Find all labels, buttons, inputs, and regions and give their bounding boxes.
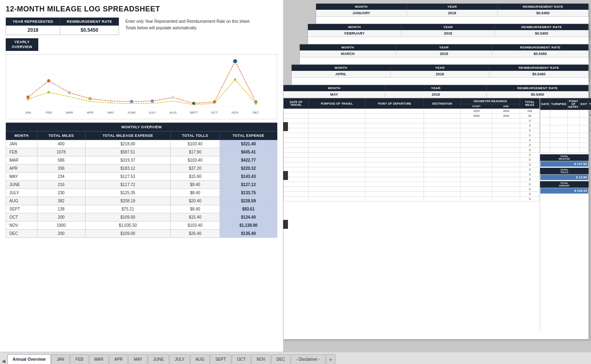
- svg-text:FEB: FEB: [46, 111, 52, 115]
- svg-text:JULY: JULY: [149, 111, 156, 115]
- year-value[interactable]: 2018: [6, 26, 60, 35]
- tab-dec[interactable]: DEC: [271, 354, 290, 364]
- total-mileage-label: TOTALMILEAGE: [540, 154, 589, 161]
- list-item: $ -: [540, 138, 591, 143]
- tab-apr[interactable]: APR: [109, 354, 128, 364]
- table-row: MAY 234 $127.53 $15.90 $143.43: [6, 173, 277, 181]
- table-row: JULY 230 $125.35 $8.40 $133.75: [6, 189, 277, 197]
- list-item: 0: [284, 192, 540, 197]
- list-item: 0: [284, 197, 540, 202]
- reimb-label: REIMBURSEMENT RATE: [60, 18, 119, 26]
- total-mileage-value: $ 127.53: [540, 161, 589, 167]
- svg-point-25: [130, 100, 133, 103]
- row-month: MAR: [6, 156, 37, 164]
- list-item: 0: [284, 182, 540, 187]
- tab-nov[interactable]: NOV: [251, 354, 271, 364]
- page-title: 12-MONTH MILEAGE LOG SPREADSHEET: [6, 5, 277, 13]
- row-total: $135.40: [220, 230, 277, 238]
- svg-text:APR: APR: [87, 111, 93, 115]
- monthly-col-tolls: TOTAL TOLLS: [171, 132, 220, 140]
- chart-svg: JAN FEB MAR APR MAY JUNE JULY AUG SEPT O…: [6, 55, 277, 119]
- tab---disclaimer--[interactable]: - Disclaimer -: [291, 354, 325, 364]
- mar-year: 2018: [396, 50, 492, 57]
- mar-month: MARCH: [300, 50, 396, 57]
- tab-sept[interactable]: SEPT: [210, 354, 231, 364]
- list-item: $ -: [540, 143, 591, 148]
- tab-mar[interactable]: MAR: [89, 354, 109, 364]
- tab-oct[interactable]: OCT: [232, 354, 251, 364]
- scroll-indicator-3: [283, 220, 288, 229]
- jan-rate: $0.5450: [498, 10, 589, 16]
- svg-text:MAY: MAY: [108, 111, 114, 115]
- row-total: $83.61: [220, 205, 277, 213]
- row-total: $133.75: [220, 189, 277, 197]
- row-total: $143.43: [220, 173, 277, 181]
- scroll-indicator-1: [283, 122, 288, 131]
- tab-feb[interactable]: FEB: [70, 354, 88, 364]
- tab-may[interactable]: MAY: [128, 354, 147, 364]
- row-miles: 400: [37, 140, 85, 148]
- svg-rect-0: [6, 55, 277, 113]
- row-tolls: $17.90: [171, 148, 220, 156]
- list-item: 0: [284, 128, 540, 133]
- list-item: 0: [284, 172, 540, 177]
- list-item: 0: [284, 153, 540, 158]
- scroll-indicator-2: [283, 171, 288, 180]
- row-miles: 586: [37, 156, 85, 164]
- row-total: $605.41: [220, 148, 277, 156]
- right-panel: MONTH YEAR REIMBURSEMENT RATE JANUARY 20…: [283, 0, 591, 352]
- list-item: 3400 3434 34: [284, 114, 540, 118]
- row-month: JAN: [6, 140, 37, 148]
- apr-month: APRIL: [292, 71, 391, 77]
- tab-container: Annual OverviewJANFEBMARAPRMAYJUNEJULYAU…: [7, 354, 325, 364]
- row-mileage-exp: $75.21: [85, 205, 170, 213]
- row-tolls: $103.40: [171, 221, 220, 230]
- tab-nav-prev[interactable]: ◀: [2, 358, 5, 364]
- svg-point-34: [234, 79, 236, 81]
- row-total: $321.40: [220, 140, 277, 148]
- table-row: DEC 200 $109.00 $26.40 $135.40: [6, 230, 277, 238]
- list-item: $ 1.50: [540, 118, 591, 125]
- row-miles: 216: [37, 181, 85, 189]
- row-total: $228.59: [220, 197, 277, 205]
- row-miles: 200: [37, 213, 85, 221]
- reimb-value[interactable]: $0.5450: [60, 26, 119, 35]
- row-miles: 200: [37, 230, 85, 238]
- yearly-overview-label: YEARLYOVERVIEW: [6, 38, 38, 51]
- svg-text:MAR: MAR: [66, 111, 73, 115]
- list-item: 0: [284, 123, 540, 128]
- row-total: $127.12: [220, 181, 277, 189]
- row-month: SEPT: [6, 205, 37, 213]
- row-miles: 1900: [37, 221, 85, 230]
- tab-july[interactable]: JULY: [169, 354, 190, 364]
- monthly-col-expense: TOTAL EXPENSE: [220, 132, 277, 140]
- tab-add-button[interactable]: +: [326, 354, 336, 364]
- row-tolls: $8.40: [171, 205, 220, 213]
- jan-month: JANUARY: [316, 10, 407, 16]
- list-item: 0: [284, 133, 540, 138]
- row-tolls: $8.40: [171, 189, 220, 197]
- tab-annual-overview[interactable]: Annual Overview: [7, 354, 51, 364]
- row-tolls: $103.40: [171, 156, 220, 164]
- tab-june[interactable]: JUNE: [148, 354, 169, 364]
- table-row: NOV 1900 $1,035.50 $103.40 $1,138.90: [6, 221, 277, 230]
- row-month: JUNE: [6, 181, 37, 189]
- list-item: 3200 3400 200: [284, 109, 540, 114]
- svg-point-35: [255, 103, 257, 105]
- svg-text:NOV: NOV: [232, 111, 239, 115]
- row-miles: 138: [37, 205, 85, 213]
- svg-point-27: [171, 96, 175, 99]
- may-rate: $0.5450: [487, 91, 589, 98]
- svg-point-32: [27, 98, 29, 101]
- monthly-col-mileage: TOTAL MILEAGE EXPENSE: [85, 132, 170, 140]
- row-month: NOV: [6, 221, 37, 230]
- main-content: 12-MONTH MILEAGE LOG SPREADSHEET YEAR RE…: [0, 0, 591, 352]
- svg-text:AUG: AUG: [169, 111, 176, 115]
- table-row: OCT 200 $109.00 $15.40 $124.40: [6, 213, 277, 221]
- instructions: Enter only Year Represented and Reimburs…: [125, 18, 250, 35]
- left-panel: 12-MONTH MILEAGE LOG SPREADSHEET YEAR RE…: [0, 0, 283, 352]
- svg-point-23: [88, 97, 92, 101]
- tab-jan[interactable]: JAN: [51, 354, 70, 364]
- tab-aug[interactable]: AUG: [190, 354, 210, 364]
- list-item: 0: [284, 148, 540, 153]
